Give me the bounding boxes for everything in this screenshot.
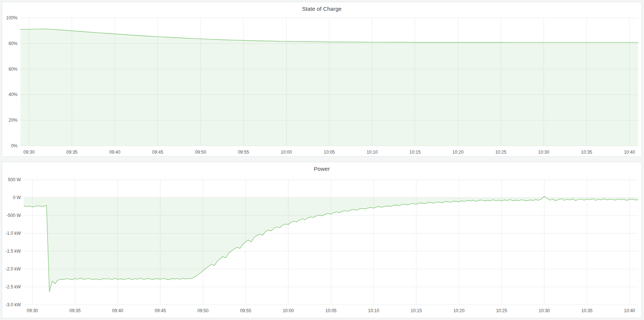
y-tick-label: -3.0 kW — [6, 302, 21, 307]
y-axis-labels: 500 W0 W-500 W-1.0 kW-1.5 kW-2.0 kW-2.5 … — [6, 177, 21, 307]
y-tick-label: -1.0 kW — [6, 231, 21, 236]
x-tick-label: 09:50 — [197, 308, 208, 313]
x-tick-label: 09:35 — [69, 308, 81, 313]
x-tick-label: 10:00 — [281, 150, 292, 155]
x-tick-label: 10:10 — [366, 150, 378, 155]
y-tick-label: 80% — [9, 41, 17, 46]
x-tick-label: 10:25 — [495, 150, 507, 155]
y-tick-label: 100% — [6, 15, 17, 20]
x-axis-labels: 09:3009:3509:4009:4509:5009:5510:0010:05… — [23, 150, 635, 155]
x-tick-label: 10:40 — [624, 150, 635, 155]
x-tick-label: 10:05 — [325, 308, 336, 313]
y-axis-labels: 100%80%60%40%20%0% — [6, 15, 17, 148]
x-tick-label: 09:55 — [240, 308, 251, 313]
power-chart-canvas[interactable]: 500 W0 W-500 W-1.0 kW-1.5 kW-2.0 kW-2.5 … — [2, 162, 641, 318]
panel-power: Power 500 W0 W-500 W-1.0 kW-1.5 kW-2.0 k… — [2, 162, 642, 318]
y-tick-label: 0 W — [13, 195, 21, 200]
x-tick-label: 10:40 — [624, 308, 635, 313]
x-tick-label: 10:35 — [581, 308, 592, 313]
x-tick-label: 09:40 — [112, 308, 123, 313]
soc-chart-canvas[interactable]: 100%80%60%40%20%0%09:3009:3509:4009:4509… — [2, 2, 641, 156]
x-tick-label: 10:30 — [538, 308, 550, 313]
x-tick-label: 09:45 — [155, 308, 166, 313]
x-tick-label: 10:35 — [581, 150, 592, 155]
x-tick-label: 09:30 — [23, 150, 35, 155]
x-tick-label: 10:20 — [453, 308, 465, 313]
y-tick-label: -2.5 kW — [6, 284, 21, 289]
x-tick-label: 09:35 — [66, 150, 77, 155]
series-area — [20, 29, 638, 146]
x-tick-label: 09:55 — [238, 150, 249, 155]
y-tick-label: 500 W — [8, 177, 21, 182]
x-tick-label: 09:50 — [195, 150, 206, 155]
x-tick-label: 09:45 — [152, 150, 163, 155]
x-tick-label: 09:40 — [109, 150, 120, 155]
y-tick-label: 40% — [9, 92, 17, 97]
y-tick-label: 0% — [11, 143, 18, 148]
x-tick-label: 10:05 — [324, 150, 335, 155]
x-tick-label: 09:30 — [27, 308, 38, 313]
x-tick-label: 10:20 — [452, 150, 463, 155]
x-tick-label: 10:30 — [538, 150, 549, 155]
x-tick-label: 10:25 — [496, 308, 507, 313]
y-tick-label: 60% — [9, 67, 17, 72]
x-tick-label: 10:10 — [368, 308, 379, 313]
y-tick-label: -2.0 kW — [6, 266, 21, 272]
panel-state-of-charge: State of Charge 100%80%60%40%20%0%09:300… — [2, 2, 642, 157]
x-tick-label: 10:15 — [411, 308, 422, 313]
y-tick-label: 20% — [9, 118, 17, 123]
y-tick-label: -1.5 kW — [6, 249, 21, 254]
x-axis-labels: 09:3009:3509:4009:4509:5009:5510:0010:05… — [27, 308, 635, 313]
x-tick-label: 10:00 — [283, 308, 294, 313]
y-tick-label: -500 W — [6, 213, 21, 218]
x-tick-label: 10:15 — [410, 150, 421, 155]
